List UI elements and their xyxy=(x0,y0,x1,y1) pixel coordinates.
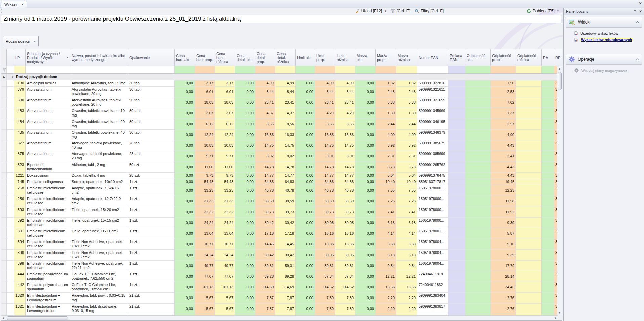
group-row[interactable]: ▶▼Rodzaj pozycji: dodane xyxy=(1,74,562,80)
cell-cena_hurt_akt[interactable]: 0,00 xyxy=(175,162,195,173)
cell-cena_hurt_prop[interactable]: 3,17 xyxy=(195,80,215,87)
cell-cena_detal_prop[interactable]: 14,78 xyxy=(255,162,275,173)
cell-odplatnosc_akt[interactable] xyxy=(465,97,491,108)
cell-odplatnosc_roznica[interactable] xyxy=(516,282,542,293)
cell-substancja[interactable]: Emplastri microfibricum cellulosae xyxy=(26,185,70,196)
cell-marza_akt[interactable]: 0,00 xyxy=(355,250,376,261)
cell-marza_akt[interactable]: 0,00 xyxy=(355,293,376,304)
cell-odplatnosc_prop[interactable]: 5,10 xyxy=(491,239,516,250)
cell-odplatnosc_akt[interactable] xyxy=(465,119,491,130)
column-header-zmiana_ean[interactable]: Zmiana EAN xyxy=(448,49,465,66)
cell-limit_prop[interactable]: 7,30 xyxy=(315,304,335,314)
table-row[interactable]: 130Amlodipini besilasAmlodipine Aurovita… xyxy=(1,80,562,87)
cell-odplatnosc_prop[interactable]: 5,87 xyxy=(491,228,516,239)
column-header-ra[interactable]: RA xyxy=(542,49,554,66)
cell-lp[interactable]: 393 xyxy=(14,207,26,218)
cell-limit_akt[interactable]: 0,00 xyxy=(296,162,315,173)
cell-cena_hurt_akt[interactable]: 0,00 xyxy=(175,282,195,293)
cell-nazwa[interactable]: Rigevidon, tabl. drażowane, 0,03+0,15 mg xyxy=(70,304,128,314)
cell-odplatnosc_prop[interactable]: 12,23 xyxy=(491,185,516,196)
cell-numer_ean[interactable]: 724004611818 xyxy=(417,271,448,282)
cell-cena_detal_akt[interactable]: 0,00 xyxy=(235,130,255,140)
cell-opakowanie[interactable]: 1 szt. xyxy=(128,185,175,196)
cell-cena_hurt_akt[interactable]: 0,00 xyxy=(175,218,195,228)
cell-cena_detal_akt[interactable]: 0,00 xyxy=(235,140,255,151)
cell-limit_prop[interactable]: 8,44 xyxy=(315,87,335,97)
cell-cena_detal_roznica[interactable]: 8,44 xyxy=(275,87,296,97)
cell-cena_detal_roznica[interactable]: 38,59 xyxy=(275,196,296,207)
cell-odplatnosc_prop[interactable]: 4,43 xyxy=(491,173,516,179)
cell-lp[interactable]: 435 xyxy=(14,130,26,140)
cell-odplatnosc_akt[interactable] xyxy=(465,108,491,119)
cell-limit_prop[interactable]: 114,62 xyxy=(315,282,335,293)
cell-odplatnosc_roznica[interactable] xyxy=(516,304,542,314)
filters-button[interactable]: Filtry [Ctrl+F] xyxy=(414,8,445,14)
cell-opakowanie[interactable]: 30 tabl. xyxy=(128,108,175,119)
cell-odplatnosc_akt[interactable] xyxy=(465,271,491,282)
cell-numer_ean[interactable]: 5909991321611 xyxy=(417,87,448,97)
cell-cena_hurt_prop[interactable]: 5,67 xyxy=(195,304,215,314)
cell-limit_roznica[interactable]: 7,30 xyxy=(335,293,355,304)
cell-nazwa[interactable]: Adaptic, opatrunek, 7,6x40,6 cm2 xyxy=(70,185,128,196)
table-row[interactable]: 392Emplastri microfibricum cellulosaeTie… xyxy=(1,218,562,228)
cell-marza_roznica[interactable]: 2,43 xyxy=(396,87,417,97)
column-header-cena_detal_prop[interactable]: Cena detal. prop. xyxy=(255,49,275,66)
cell-cena_detal_prop[interactable]: 4,99 xyxy=(255,80,275,87)
cell-numer_ean[interactable]: 5909991346195 xyxy=(417,119,448,130)
cell-odplatnosc_roznica[interactable] xyxy=(516,140,542,151)
cell-marza_prop[interactable]: 2,20 xyxy=(376,293,396,304)
table-row[interactable]: 393Emplastri microfibricum cellulosaeTie… xyxy=(1,207,562,218)
column-header-limit_akt[interactable]: Limit akt. xyxy=(296,49,315,66)
cell-cena_hurt_prop[interactable]: 13,04 xyxy=(195,228,215,239)
cell-limit_roznica[interactable]: 114,62 xyxy=(335,282,355,293)
cell-marza_roznica[interactable]: 12,21 xyxy=(396,271,417,282)
table-row[interactable]: 433AtorvastatinumOlvastim, tabletki powl… xyxy=(1,108,562,119)
cell-opakowanie[interactable]: 30 tabl. xyxy=(128,130,175,140)
cell-odplatnosc_akt[interactable] xyxy=(465,151,491,162)
table-row[interactable]: 444Emplastri polyurethanum spumatumCoFle… xyxy=(1,271,562,282)
cell-limit_roznica[interactable]: 30,05 xyxy=(335,250,355,261)
cell-limit_roznica[interactable]: 59,31 xyxy=(335,261,355,271)
cell-limit_roznica[interactable]: 87,34 xyxy=(335,271,355,282)
cell-cena_detal_prop[interactable]: 14,75 xyxy=(255,140,275,151)
cell-substancja[interactable]: Ethinylestradiolum + Levonorgestrelum xyxy=(26,293,70,304)
cell-odplatnosc_prop[interactable]: 2,57 xyxy=(491,119,516,130)
cell-cena_hurt_akt[interactable]: 0,00 xyxy=(175,293,195,304)
table-row[interactable]: 396Emplastri microfibricum cellulosaeTie… xyxy=(1,250,562,261)
cell-ra[interactable] xyxy=(542,87,554,97)
cell-opakowanie[interactable]: 1 szt. xyxy=(128,218,175,228)
cell-limit_roznica[interactable]: 40,78 xyxy=(335,185,355,196)
cell-limit_prop[interactable]: 30,05 xyxy=(315,250,335,261)
cell-ra[interactable] xyxy=(542,140,554,151)
cell-cena_detal_akt[interactable]: 0,00 xyxy=(235,87,255,97)
cell-marza_roznica[interactable]: 9,54 xyxy=(396,261,417,271)
cell-cena_hurt_akt[interactable]: 0,00 xyxy=(175,179,195,185)
cell-numer_ean[interactable]: 5909991376475 xyxy=(417,173,448,179)
cell-cena_detal_roznica[interactable]: 30,42 xyxy=(275,250,296,261)
cell-numer_ean[interactable]: 15051978001... xyxy=(417,228,448,239)
cell-numer_ean[interactable]: 8595163717817 xyxy=(417,179,448,185)
cell-zmiana_ean[interactable] xyxy=(448,271,465,282)
filter-cell-opakowanie[interactable] xyxy=(128,66,175,74)
column-header-lp[interactable]: LP xyxy=(14,49,26,66)
horizontal-scroll-thumb[interactable] xyxy=(7,316,68,320)
cell-marza_roznica[interactable]: 7,55 xyxy=(396,185,417,196)
cell-cena_hurt_roznica[interactable]: 24,24 xyxy=(215,218,235,228)
column-header-odplatnosc_akt[interactable]: Odpłatność akt. xyxy=(465,49,491,66)
cell-cena_detal_roznica[interactable]: 40,78 xyxy=(275,185,296,196)
cell-numer_ean[interactable]: 15051978000... xyxy=(417,218,448,228)
cell-cena_detal_prop[interactable]: 8,44 xyxy=(255,87,275,97)
cell-limit_prop[interactable]: 14,75 xyxy=(315,140,335,151)
cell-cena_hurt_akt[interactable]: 0,00 xyxy=(175,140,195,151)
cell-zmiana_ean[interactable] xyxy=(448,282,465,293)
cell-nazwa[interactable]: Olvastim, tabletki powlekane, 40 mg xyxy=(70,130,128,140)
cell-lp[interactable]: 434 xyxy=(14,119,26,130)
cell-limit_akt[interactable]: 0,00 xyxy=(296,218,315,228)
filter-cell-nazwa[interactable] xyxy=(70,66,128,74)
cell-limit_roznica[interactable]: 8,44 xyxy=(335,87,355,97)
cell-cena_hurt_roznica[interactable]: 32,32 xyxy=(215,207,235,218)
cell-nazwa[interactable]: Atorvastatin Aurovitas, tabletki powleka… xyxy=(70,87,128,97)
group-by-field-button[interactable]: Rodzaj pozycji ▲ xyxy=(3,36,39,46)
cell-ra[interactable] xyxy=(542,228,554,239)
chevron-down-icon[interactable]: ▾ xyxy=(385,9,386,13)
